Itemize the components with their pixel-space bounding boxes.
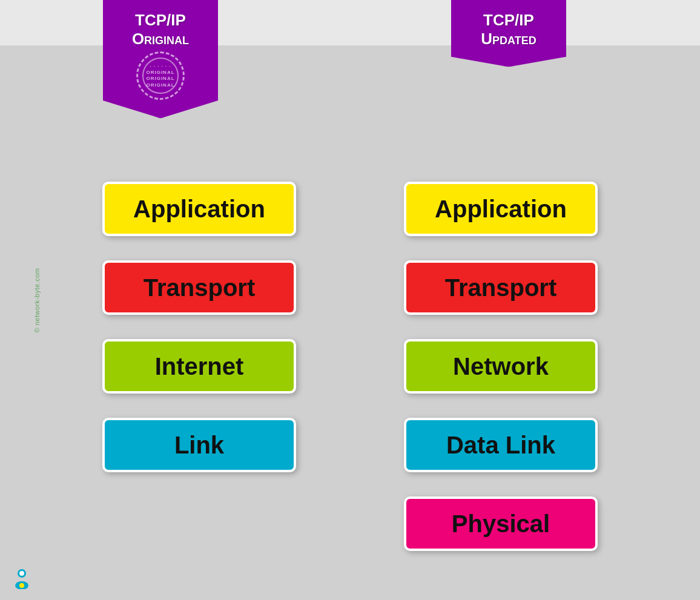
left-layer-internet: Internet: [102, 339, 296, 394]
left-layer-link: Link: [102, 418, 296, 472]
stamp-circle: · · · · · ·ORIGINALORIGINALORIGINAL: [136, 51, 185, 100]
right-column: Application Transport Network Data Link …: [404, 182, 598, 551]
person-svg: [11, 567, 33, 589]
left-label-link: Link: [174, 432, 224, 459]
right-label-transport: Transport: [445, 274, 556, 302]
right-layer-application: Application: [404, 182, 598, 236]
left-label-application: Application: [133, 196, 265, 223]
left-banner-title: TCP/IP Original: [112, 11, 209, 48]
right-layer-network: Network: [404, 339, 598, 394]
left-banner-body: TCP/IP Original · · · · · ·ORIGINALORIGI…: [103, 0, 218, 118]
left-label-transport: Transport: [144, 274, 255, 302]
left-column: Application Transport Internet Link: [102, 182, 296, 551]
watermark: © network-byte.com: [33, 268, 41, 332]
right-banner-title: TCP/IP Updated: [460, 11, 557, 48]
left-layer-application: Application: [102, 182, 296, 236]
right-banner-line2: Updated: [481, 30, 536, 48]
left-layer-transport: Transport: [102, 260, 296, 315]
right-label-network: Network: [453, 353, 549, 380]
left-banner-line2: Original: [132, 30, 189, 48]
svg-point-3: [19, 571, 24, 576]
right-banner: TCP/IP Updated: [451, 0, 566, 67]
stamp-text: · · · · · ·ORIGINALORIGINALORIGINAL: [146, 64, 174, 89]
bottom-person-icon: [11, 567, 33, 589]
right-layer-datalink: Data Link: [404, 418, 598, 472]
right-layer-physical: Physical: [404, 496, 598, 551]
left-label-internet: Internet: [155, 353, 244, 380]
columns-wrapper: Application Transport Internet Link Appl…: [0, 182, 700, 551]
right-banner-body: TCP/IP Updated: [451, 0, 566, 67]
right-banner-line1: TCP/IP: [483, 11, 534, 29]
svg-point-2: [19, 583, 24, 588]
right-label-physical: Physical: [452, 510, 550, 538]
right-layer-transport: Transport: [404, 260, 598, 315]
left-banner-line1: TCP/IP: [135, 11, 186, 29]
right-label-application: Application: [435, 196, 567, 223]
stamp-inner: · · · · · ·ORIGINALORIGINALORIGINAL: [142, 58, 179, 94]
right-label-datalink: Data Link: [446, 432, 555, 459]
left-banner: TCP/IP Original · · · · · ·ORIGINALORIGI…: [103, 0, 218, 118]
